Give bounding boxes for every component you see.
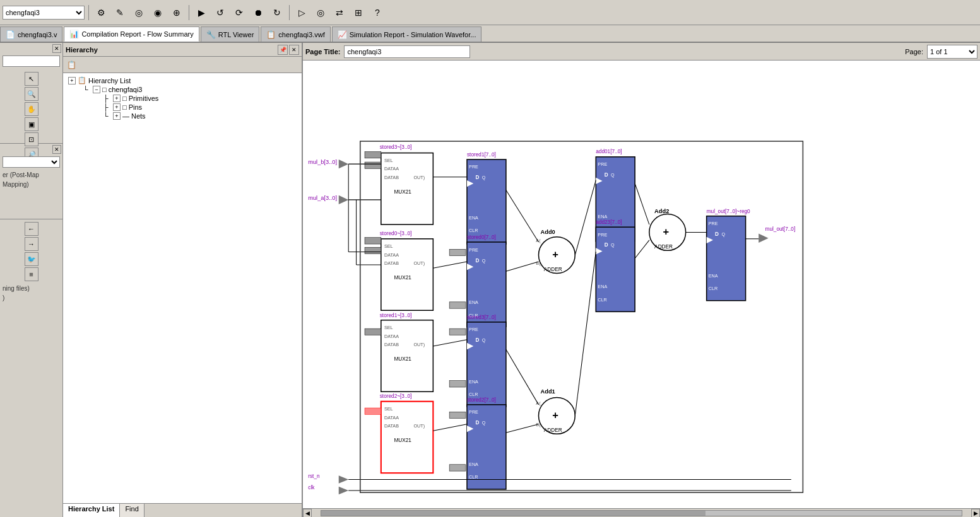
tree-label-primitives: Primitives	[129, 95, 159, 102]
svg-text:Q: Q	[611, 242, 615, 248]
svg-text:DATAA: DATAA	[384, 252, 399, 258]
tree-expand-primitives[interactable]: +	[113, 95, 121, 102]
tab-vwf[interactable]: 📋 chengfaqi3.vwf	[261, 26, 330, 42]
footer-tab-find[interactable]: Find	[120, 504, 144, 517]
wire-add01-add2	[635, 183, 649, 224]
toolbar-btn-back[interactable]: ↺	[212, 4, 228, 21]
toolbar-btn-refresh[interactable]: ↻	[269, 4, 285, 21]
sel-pin-2	[365, 247, 381, 253]
h-scrollbar-track[interactable]	[321, 510, 962, 516]
toolbar-btn-compile[interactable]: ⚙	[93, 4, 109, 21]
toolbar-btn-settings[interactable]: ◎	[131, 4, 147, 21]
toolbar-btn-add[interactable]: ⊕	[168, 4, 185, 21]
label-stored2-out: stored2[7..0]	[467, 397, 496, 403]
layer-select[interactable]	[3, 156, 60, 168]
tree-expand-pins[interactable]: +	[113, 103, 121, 111]
svg-text:OUT): OUT)	[413, 423, 425, 429]
svg-text:Q: Q	[482, 420, 486, 426]
tab-compilation-icon: 📊	[69, 30, 79, 38]
svg-text:ENA: ENA	[469, 215, 478, 221]
left-top-section: ✕ ↖ 🔍 ✋ ▣ ⊡ 🔎	[0, 43, 62, 144]
toolbar-btn-help[interactable]: ?	[369, 4, 386, 21]
svg-text:DATAB: DATAB	[384, 175, 399, 180]
tree-expand-chengfaqi3[interactable]: −	[93, 86, 100, 93]
toolbar-btn-record[interactable]: ⏺	[250, 4, 266, 21]
toolbar-btn-run[interactable]: ▶	[193, 4, 210, 21]
hierarchy-pin-btn[interactable]: 📌	[278, 45, 288, 55]
tree-expand-nets[interactable]: +	[113, 112, 121, 120]
hand-tool[interactable]: ✋	[25, 102, 38, 116]
footer-tab-hierarchy-list[interactable]: Hierarchy List	[63, 504, 120, 517]
tab-rtl[interactable]: 🔧 RTL Viewer	[201, 26, 260, 42]
diagram-canvas[interactable]: mul_b[3..0] mul_a[3..0] MUX21 SEL DATAA …	[303, 61, 980, 508]
tree-icon-nets: —	[122, 112, 129, 120]
svg-text:SEL: SEL	[384, 325, 393, 330]
pin-rst-n	[339, 475, 348, 483]
left-close-btn[interactable]: ✕	[52, 44, 61, 53]
pin-clk	[339, 487, 348, 494]
svg-text:PRE: PRE	[598, 161, 607, 167]
tree-icon-hierarchy: 📋	[78, 76, 86, 84]
page-title-input[interactable]	[344, 45, 470, 58]
mapping-label: Mapping)	[0, 180, 62, 189]
tree-line-primitives: ├	[103, 95, 111, 102]
close-paren-label: )	[0, 293, 62, 303]
select-tool[interactable]: ▣	[25, 117, 38, 131]
pin-box-4	[449, 381, 466, 387]
pin-mul-a	[339, 195, 348, 204]
mux1-label: MUX21	[394, 189, 411, 195]
svg-text:Q: Q	[482, 258, 486, 264]
toolbar-btn-exchange[interactable]: ⇄	[331, 4, 348, 21]
hierarchy-header: Hierarchy 📌 ✕	[63, 43, 302, 57]
tree-item-primitives[interactable]: ├ + □ Primitives	[66, 94, 299, 103]
fwd-nav-btn[interactable]: →	[25, 237, 38, 251]
svg-text:OUT): OUT)	[413, 342, 425, 347]
wire-stored0-add0	[506, 262, 539, 271]
svg-text:D: D	[475, 258, 479, 264]
svg-text:DATAA: DATAA	[384, 166, 399, 171]
tree-item-pins[interactable]: ├ + □ Pins	[66, 103, 299, 112]
svg-text:CLR: CLR	[598, 297, 606, 303]
scroll-left-btn[interactable]: ◀	[303, 509, 312, 518]
wire-mux3-stored3	[433, 340, 467, 346]
tree-item-nets[interactable]: └ + — Nets	[66, 112, 299, 120]
toolbar-btn-fwd[interactable]: ⟳	[231, 4, 247, 21]
toolbar-btn-edit[interactable]: ✎	[112, 4, 128, 21]
toolbar-separator-2	[189, 5, 189, 20]
page-nav-label: Page:	[905, 48, 923, 55]
scroll-right-btn[interactable]: ▶	[971, 509, 980, 518]
hier-tool-1[interactable]: 📋	[64, 58, 78, 72]
label-stored3-out: stored3[7..0]	[467, 315, 496, 320]
svg-text:Q: Q	[721, 231, 725, 237]
svg-text:PRE: PRE	[709, 221, 718, 226]
tree-item-hierarchy-list[interactable]: + 📋 Hierarchy List	[66, 76, 299, 85]
page-select[interactable]: 1 of 1	[927, 45, 977, 59]
bird-eye-btn[interactable]: 🐦	[25, 252, 38, 266]
label-stored3-top: stored3~[3..0]	[380, 144, 412, 150]
tree-item-chengfaqi3[interactable]: └ − □ chengfaqi3	[66, 85, 299, 94]
cursor-tool[interactable]: ↖	[25, 72, 38, 86]
toolbar-btn-settings2[interactable]: ◉	[150, 4, 166, 21]
list-tool-btn[interactable]: ≡	[25, 267, 38, 281]
zoom-in-tool[interactable]: 🔍	[25, 87, 38, 101]
tab-compilation[interactable]: 📊 Compilation Report - Flow Summary	[64, 26, 199, 42]
tab-vfile[interactable]: 📄 chengfaqi3.v	[0, 26, 62, 42]
svg-text:SEL: SEL	[384, 406, 393, 412]
tab-simreport-icon: 📈	[338, 30, 347, 39]
tab-vwf-icon: 📋	[266, 30, 276, 39]
tab-simreport[interactable]: 📈 Simulation Report - Simulation Wavefor…	[332, 26, 482, 42]
tab-rtl-label: RTL Viewer	[218, 31, 254, 38]
tree-expand-hierarchy[interactable]: +	[68, 77, 76, 84]
add1-adder-label: ADDER	[544, 427, 562, 433]
hierarchy-close-btn[interactable]: ✕	[289, 45, 299, 55]
left-mid-close-btn[interactable]: ✕	[52, 145, 61, 154]
h-scrollbar-thumb[interactable]	[321, 511, 705, 516]
toolbar-btn-grid[interactable]: ⊞	[350, 4, 367, 21]
svg-text:D: D	[715, 231, 719, 237]
toolbar-btn-sim[interactable]: ▷	[293, 4, 310, 21]
wire-stored3-add1	[506, 349, 539, 405]
toolbar-btn-view[interactable]: ◎	[312, 4, 329, 21]
back-nav-btn[interactable]: ←	[25, 222, 38, 236]
project-dropdown[interactable]: chengfaqi3	[3, 6, 85, 20]
search-input[interactable]	[3, 55, 60, 67]
